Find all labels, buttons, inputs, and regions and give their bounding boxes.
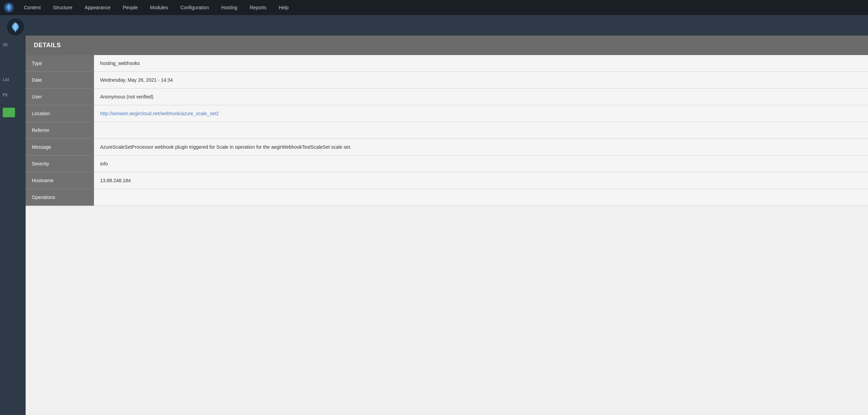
details-value-hostname: 13.88.248.184: [94, 172, 868, 189]
details-value-operations: [94, 189, 868, 206]
site-logo[interactable]: [3, 1, 15, 14]
details-link-location[interactable]: http://winwire.aegircloud.net/webhook/az…: [100, 111, 219, 116]
details-row: Referrer: [26, 122, 868, 139]
left-sidebar: Sit List Fil: [0, 36, 26, 415]
details-row: UserAnonymous (not verified): [26, 89, 868, 105]
sidebar-filter-label[interactable]: Fil: [0, 90, 26, 99]
details-row: Typehosting_webhooks: [26, 55, 868, 72]
details-value-date: Wednesday, May 26, 2021 - 14:34: [94, 72, 868, 89]
site-logo-area: [7, 18, 24, 36]
nav-menu: Content Structure Appearance People Modu…: [18, 0, 295, 15]
details-label-message: Message: [26, 139, 94, 156]
details-label-location: Location: [26, 105, 94, 122]
details-value-severity: info: [94, 156, 868, 172]
nav-item-configuration[interactable]: Configuration: [174, 0, 215, 15]
details-row: Locationhttp://winwire.aegircloud.net/we…: [26, 105, 868, 122]
details-value-location[interactable]: http://winwire.aegircloud.net/webhook/az…: [94, 105, 868, 122]
site-logo-circle: [7, 18, 24, 36]
navbar: Content Structure Appearance People Modu…: [0, 0, 868, 15]
nav-item-structure[interactable]: Structure: [47, 0, 79, 15]
details-label-hostname: Hostname: [26, 172, 94, 189]
details-label-user: User: [26, 89, 94, 105]
details-row: DateWednesday, May 26, 2021 - 14:34: [26, 72, 868, 89]
details-value-user: Anonymous (not verified): [94, 89, 868, 105]
details-value-message: AzureScaleSetProcessor webhook plugin tr…: [94, 139, 868, 156]
background-area: [0, 15, 868, 36]
nav-item-appearance[interactable]: Appearance: [79, 0, 117, 15]
details-label-operations: Operations: [26, 189, 94, 206]
nav-item-hosting[interactable]: Hosting: [215, 0, 243, 15]
details-label-referrer: Referrer: [26, 122, 94, 139]
details-row: Hostname13.88.248.184: [26, 172, 868, 189]
sidebar-site-label: Sit: [0, 41, 26, 49]
details-value-referrer: [94, 122, 868, 139]
sidebar-list-label[interactable]: List: [0, 76, 26, 83]
details-value-type: hosting_webhooks: [94, 55, 868, 72]
content-panel: DETAILS Typehosting_webhooksDateWednesda…: [26, 36, 868, 415]
details-section-title: DETAILS: [26, 36, 868, 55]
main-layout: Sit List Fil DETAILS Typehosting_webhook…: [0, 36, 868, 415]
nav-item-content[interactable]: Content: [18, 0, 47, 15]
details-row: Severityinfo: [26, 156, 868, 172]
nav-item-people[interactable]: People: [117, 0, 144, 15]
nav-item-modules[interactable]: Modules: [144, 0, 174, 15]
details-label-date: Date: [26, 72, 94, 89]
green-status-badge: [3, 108, 15, 117]
details-label-severity: Severity: [26, 156, 94, 172]
nav-item-reports[interactable]: Reports: [244, 0, 273, 15]
details-table: Typehosting_webhooksDateWednesday, May 2…: [26, 55, 868, 206]
details-label-type: Type: [26, 55, 94, 72]
nav-item-help[interactable]: Help: [273, 0, 295, 15]
details-row: MessageAzureScaleSetProcessor webhook pl…: [26, 139, 868, 156]
details-row: Operations: [26, 189, 868, 206]
